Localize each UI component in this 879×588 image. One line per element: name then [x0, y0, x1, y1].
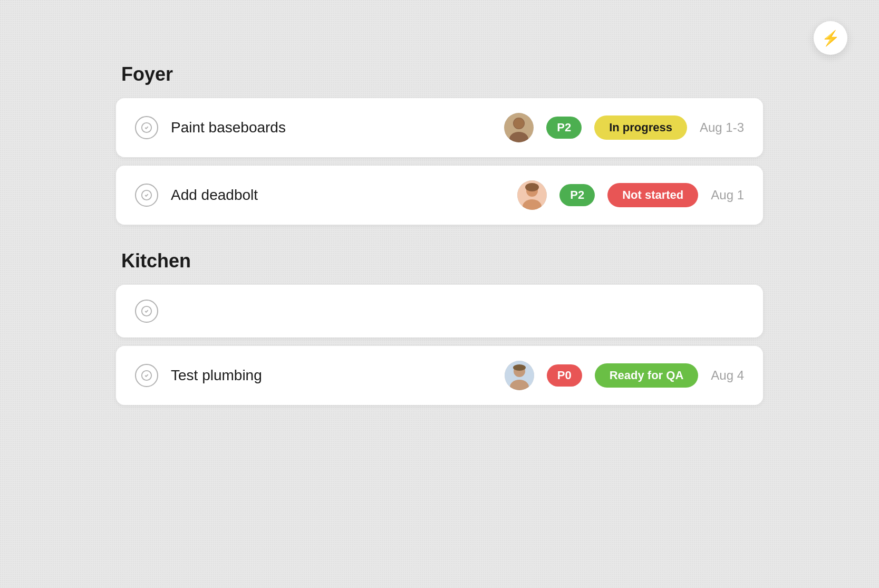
- task-title-add-deadbolt: Add deadbolt: [171, 187, 505, 204]
- check-circle: [135, 300, 158, 323]
- section-title-kitchen: Kitchen: [116, 250, 763, 272]
- task-card-add-deadbolt: Add deadbolt P2Not startedAug 1: [116, 166, 763, 225]
- svg-point-15: [513, 364, 526, 371]
- check-circle[interactable]: [135, 184, 158, 207]
- section-kitchen: Kitchen Test plumbing P0Re: [116, 250, 763, 405]
- check-circle[interactable]: [135, 364, 158, 387]
- status-badge-add-deadbolt[interactable]: Not started: [607, 183, 698, 207]
- date-add-deadbolt: Aug 1: [711, 188, 744, 203]
- priority-badge-paint-baseboards: P2: [546, 117, 582, 139]
- date-paint-baseboards: Aug 1-3: [700, 120, 744, 135]
- lightning-button[interactable]: ⚡: [814, 21, 847, 55]
- avatar-add-deadbolt: [517, 180, 547, 210]
- task-card-test-plumbing: Test plumbing P0Ready for QAAug 4: [116, 346, 763, 405]
- priority-badge-add-deadbolt: P2: [559, 184, 595, 206]
- task-title-paint-baseboards: Paint baseboards: [171, 119, 491, 136]
- lightning-icon: ⚡: [822, 30, 840, 47]
- date-test-plumbing: Aug 4: [711, 368, 744, 383]
- priority-badge-test-plumbing: P0: [547, 364, 582, 387]
- svg-point-4: [514, 118, 524, 129]
- task-title-test-plumbing: Test plumbing: [171, 367, 492, 384]
- svg-point-9: [525, 183, 539, 191]
- avatar-paint-baseboards: [504, 113, 534, 142]
- section-title-foyer: Foyer: [116, 63, 763, 85]
- task-card-blurred-task: [116, 285, 763, 338]
- section-foyer: Foyer Paint baseboards P2In progressAug …: [116, 63, 763, 225]
- avatar-test-plumbing: [505, 361, 534, 390]
- status-badge-test-plumbing[interactable]: Ready for QA: [595, 363, 699, 388]
- check-circle[interactable]: [135, 116, 158, 139]
- task-card-paint-baseboards: Paint baseboards P2In progressAug 1-3: [116, 98, 763, 157]
- status-badge-paint-baseboards[interactable]: In progress: [594, 115, 687, 140]
- main-content: Foyer Paint baseboards P2In progressAug …: [0, 0, 879, 462]
